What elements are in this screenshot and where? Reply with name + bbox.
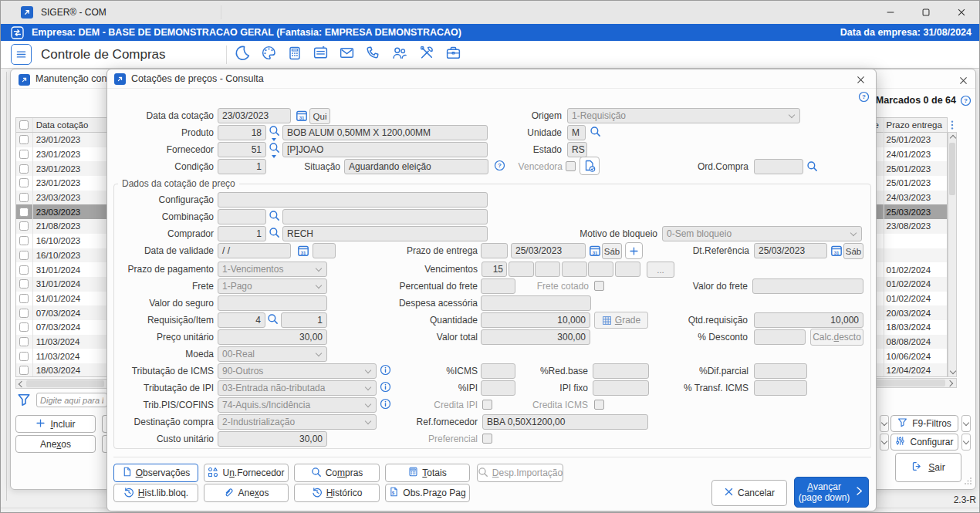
valor-frete-field[interactable] <box>752 278 863 294</box>
table-row[interactable]: 23/01/2023 <box>16 161 106 176</box>
search-icon[interactable] <box>269 227 280 238</box>
briefcase-icon[interactable] <box>445 45 461 64</box>
vencimento-box[interactable] <box>615 262 640 277</box>
combinacao-code-field[interactable] <box>218 209 266 224</box>
trib-icms-select[interactable]: 90-Outros <box>218 363 377 379</box>
table-row[interactable]: 01/02/2024 <box>867 277 947 292</box>
table-row[interactable] <box>867 234 947 248</box>
split-dropdown[interactable] <box>880 434 889 451</box>
row-checkbox[interactable] <box>16 305 33 320</box>
table-row[interactable]: 10/06/2024 <box>867 349 947 363</box>
row-checkbox[interactable] <box>16 248 33 263</box>
search-icon[interactable] <box>267 313 279 325</box>
valor-total-field[interactable]: 300,00 <box>481 329 590 345</box>
calculator-icon[interactable] <box>287 46 302 64</box>
dark-mode-moon-icon[interactable] <box>235 45 251 64</box>
dialog-close-icon[interactable] <box>854 73 867 86</box>
row-checkbox[interactable] <box>16 219 33 234</box>
row-checkbox[interactable] <box>16 292 33 306</box>
pct-dif-parcial-field[interactable] <box>754 363 807 379</box>
vencimento-box[interactable] <box>535 262 560 277</box>
dt-referencia-field[interactable]: 25/03/2023 <box>754 243 827 258</box>
table-row[interactable]: 16/10/2023 <box>16 248 106 263</box>
data-validade-weekday-field[interactable] <box>313 243 336 258</box>
item-field[interactable]: 1 <box>281 312 327 328</box>
requisicao-field[interactable]: 4 <box>218 312 265 328</box>
table-row[interactable]: 323/08/2023 <box>867 219 947 234</box>
table-row[interactable]: 23/01/2023 <box>16 133 106 147</box>
observacoes-button[interactable]: Observações <box>113 464 198 482</box>
totais-button[interactable]: Totais <box>385 464 470 482</box>
valor-seguro-field[interactable] <box>218 295 327 311</box>
row-checkbox[interactable] <box>16 191 33 205</box>
split-dropdown[interactable] <box>961 415 971 432</box>
users-icon[interactable] <box>391 45 408 64</box>
row-checkbox[interactable] <box>16 262 33 277</box>
sair-button[interactable]: Sair <box>895 453 961 482</box>
news-card-icon[interactable] <box>313 45 329 64</box>
table-row[interactable]: 11/03/2024 <box>16 349 106 363</box>
filter-funnel-icon[interactable] <box>15 393 32 410</box>
table-row[interactable]: 16/10/2023 <box>16 234 106 248</box>
left-hscrollbar[interactable] <box>15 379 107 389</box>
desconto-field[interactable] <box>754 329 806 345</box>
weekday-button[interactable]: Sáb <box>602 243 622 259</box>
table-row[interactable]: 23/01/2023 <box>16 176 106 191</box>
calc-desconto-button[interactable]: Calc.descto <box>810 329 863 346</box>
fornecedor-code-field[interactable]: 51 <box>218 142 266 157</box>
data-validade-field[interactable]: / / <box>218 243 291 258</box>
table-row[interactable]: 23/03/2023 <box>16 204 106 219</box>
row-checkbox[interactable] <box>16 335 33 349</box>
table-row[interactable]: 20/03/2024 <box>867 305 947 320</box>
phone-icon[interactable] <box>365 45 381 64</box>
sync-icon[interactable] <box>11 26 24 39</box>
close-button[interactable] <box>944 1 979 24</box>
search-icon[interactable] <box>269 142 280 154</box>
quantidade-field[interactable]: 10,000 <box>481 312 590 328</box>
moeda-select[interactable]: 00-Real <box>218 346 327 362</box>
vencedora-doc-check-button[interactable] <box>580 157 600 175</box>
hist-lib-bloq-button[interactable]: Hist.lib.bloq. <box>113 484 198 502</box>
credita-icms-checkbox[interactable] <box>594 400 604 410</box>
trib-ipi-select[interactable]: 03-Entrada não-tributada <box>218 380 377 396</box>
custo-unitario-field[interactable]: 30,00 <box>218 431 327 447</box>
data-cotacao-field[interactable]: 23/03/2023 <box>218 108 291 123</box>
table-row[interactable]: 12/04/2024 <box>867 363 947 377</box>
filter-input[interactable] <box>36 393 107 407</box>
f9-filtros-button[interactable]: F9-Filtros <box>890 415 958 432</box>
row-checkbox[interactable] <box>16 133 33 147</box>
help-icon[interactable]: ? <box>960 95 972 106</box>
un-fornecedor-button[interactable]: Un.Fornecedor <box>204 464 289 482</box>
prazo-entrega-date-field[interactable]: 25/03/2023 <box>511 243 586 258</box>
vencimento-box[interactable] <box>509 262 534 277</box>
obs-prazo-pag-button[interactable]: $ Obs.Prazo Pag <box>385 484 470 502</box>
preco-unitario-field[interactable]: 30,00 <box>218 329 327 345</box>
frete-select[interactable]: 1-Pago <box>218 278 327 294</box>
incluir-button[interactable]: Incluir <box>15 415 96 433</box>
calendar-icon[interactable]: 31 <box>296 110 308 122</box>
prazo-entrega-dias-field[interactable] <box>481 243 508 258</box>
right-vscrollbar[interactable] <box>948 132 957 377</box>
vencimentos-more-button[interactable]: ... <box>647 262 674 278</box>
anexos-button[interactable]: Anexos <box>204 484 289 502</box>
column-header-prazo-entrega[interactable]: Prazo entrega <box>884 120 947 130</box>
avancar-button[interactable]: Avançar (page down) <box>794 477 869 508</box>
trib-pis-select[interactable]: 74-Aquis.s/Incidência <box>218 397 377 413</box>
weekday-button[interactable]: Sáb <box>843 243 863 259</box>
row-checkbox[interactable] <box>16 176 33 191</box>
estado-field[interactable]: RS <box>567 142 587 157</box>
calendar-icon[interactable]: 31 <box>297 245 309 257</box>
row-checkbox[interactable] <box>16 277 33 292</box>
table-row[interactable]: 31/01/2024 <box>16 277 106 292</box>
preferencial-checkbox[interactable] <box>482 434 492 444</box>
table-row[interactable]: 07/03/2024 <box>16 305 106 320</box>
despesa-acessoria-field[interactable] <box>481 295 591 311</box>
search-icon[interactable] <box>806 160 818 172</box>
historico-button[interactable]: Histórico <box>294 484 380 502</box>
calendar-icon[interactable]: 31 <box>830 245 843 257</box>
cancelar-button[interactable]: Cancelar <box>711 480 787 506</box>
table-row[interactable]: 3 <box>867 248 947 263</box>
table-row[interactable]: 31/01/2024 <box>16 292 106 306</box>
table-row[interactable]: 25/03/2023 <box>867 204 947 219</box>
maximize-button[interactable] <box>908 1 944 24</box>
